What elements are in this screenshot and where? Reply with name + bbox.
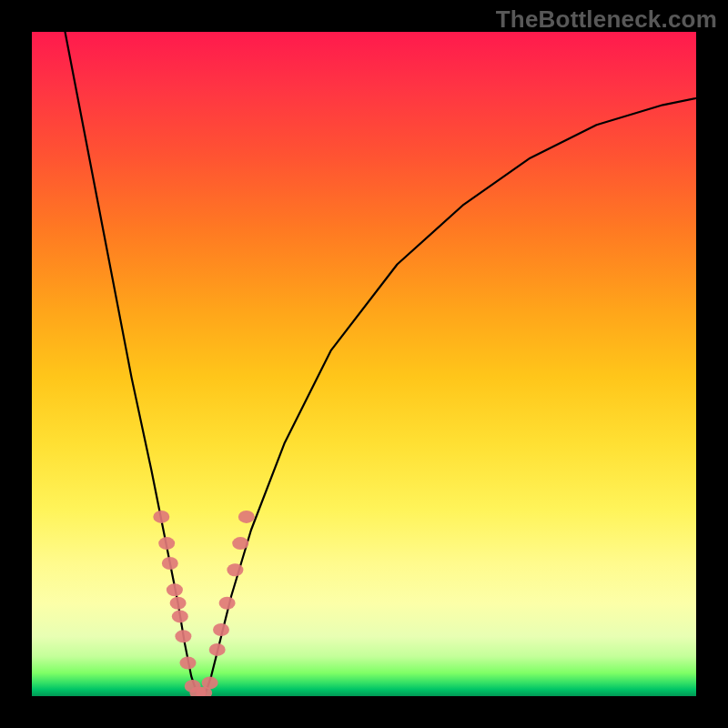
marker-point	[170, 597, 187, 610]
marker-layer	[153, 511, 254, 696]
chart-frame: TheBottleneck.com	[0, 0, 728, 728]
marker-point	[232, 537, 248, 550]
marker-point	[238, 511, 255, 523]
marker-point	[158, 537, 175, 550]
marker-point	[180, 657, 197, 670]
marker-point	[219, 597, 236, 610]
watermark-text: TheBottleneck.com	[496, 5, 717, 34]
curve-svg	[32, 32, 696, 696]
curve-layer	[66, 32, 697, 696]
marker-point	[153, 511, 169, 523]
marker-point	[175, 630, 191, 642]
bottleneck-curve	[66, 32, 697, 696]
marker-point	[202, 676, 218, 689]
marker-point	[209, 643, 226, 656]
marker-point	[162, 557, 178, 570]
plot-area	[32, 32, 696, 696]
marker-point	[172, 610, 188, 622]
marker-point	[213, 623, 229, 636]
marker-point	[227, 563, 243, 576]
marker-point	[167, 583, 183, 596]
